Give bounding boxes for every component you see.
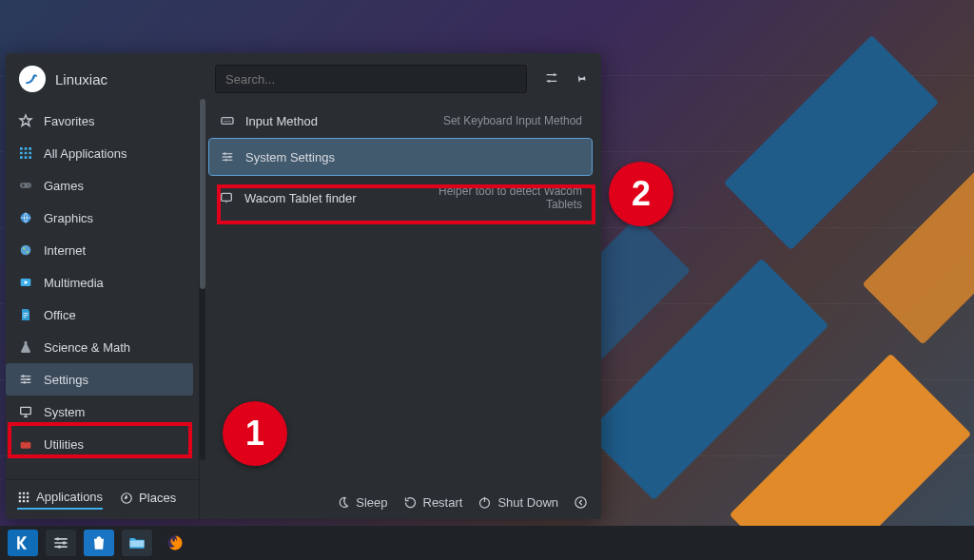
svg-point-4: [575, 497, 586, 508]
globe-icon: [17, 241, 34, 259]
app-item-wacom-finder[interactable]: Wacom Tablet finderHelper tool to detect…: [209, 175, 592, 221]
compass-icon: [120, 492, 133, 505]
restart-button[interactable]: Restart: [403, 495, 463, 510]
chevron-left-circle-icon: [574, 495, 588, 510]
settings-toggle-icon[interactable]: [544, 70, 559, 88]
more-button[interactable]: [574, 495, 588, 510]
kde-icon: [13, 533, 32, 552]
star-outline-icon: [17, 112, 34, 129]
application-launcher: Linuxiac FavoritesAll ApplicationsGamesG…: [6, 53, 601, 519]
app-description: Set Keyboard Input Method: [443, 114, 582, 127]
sidebar-item-graphics[interactable]: Graphics: [6, 202, 193, 234]
tab-applications-label: Applications: [36, 490, 103, 504]
sidebar-item-science[interactable]: Science & Math: [6, 331, 193, 363]
media-icon: [17, 274, 34, 291]
sleep-button[interactable]: Sleep: [336, 495, 387, 510]
power-icon: [477, 495, 492, 510]
search-input[interactable]: [215, 65, 527, 93]
firefox-icon: [166, 533, 185, 552]
tab-places-label: Places: [139, 491, 176, 505]
sidebar-item-label: All Applications: [44, 146, 127, 161]
sidebar-item-label: Utilities: [44, 437, 84, 452]
app-description: Helper tool to detect Wacom Tablets: [411, 184, 582, 211]
gamepad-icon: [17, 177, 34, 194]
sidebar-item-label: Games: [44, 179, 84, 193]
system-icon: [17, 403, 34, 420]
globe-blue-icon: [17, 209, 34, 226]
taskbar-settings[interactable]: [46, 530, 76, 556]
user-avatar[interactable]: [19, 66, 46, 92]
svg-point-6: [63, 541, 66, 544]
sidebar-item-label: Internet: [44, 243, 86, 258]
restart-label: Restart: [423, 495, 463, 510]
shopping-bag-icon: [89, 533, 108, 552]
category-sidebar: FavoritesAll ApplicationsGamesGraphicsIn…: [6, 103, 200, 519]
taskbar-kde-launcher[interactable]: [8, 530, 38, 556]
sidebar-item-label: Graphics: [44, 211, 93, 225]
grid-icon: [17, 145, 34, 162]
tablet-icon: [219, 189, 235, 206]
shutdown-button[interactable]: Shut Down: [477, 495, 558, 510]
taskbar: [0, 526, 974, 560]
taskbar-files[interactable]: [122, 530, 152, 556]
svg-point-5: [56, 537, 59, 540]
app-name-label: Input Method: [245, 114, 402, 128]
restart-icon: [403, 495, 418, 510]
sidebar-item-label: Office: [44, 308, 76, 322]
application-list: Input MethodSet Keyboard Input MethodSys…: [200, 103, 601, 519]
bird-icon: [25, 71, 40, 87]
keyboard-icon: [219, 112, 236, 129]
sidebar-scrollbar-thumb[interactable]: [200, 99, 205, 289]
sidebar-item-label: Settings: [44, 373, 88, 387]
sidebar-item-games[interactable]: Games: [6, 169, 193, 202]
settings-icon: [17, 371, 34, 388]
app-name-label: Wacom Tablet finder: [244, 191, 401, 205]
sidebar-item-label: Multimedia: [44, 276, 104, 290]
document-icon: [17, 306, 34, 323]
folder-icon: [127, 533, 146, 552]
sidebar-item-label: System: [44, 405, 85, 419]
toolbox-icon: [17, 435, 34, 453]
sleep-label: Sleep: [356, 495, 387, 510]
shutdown-label: Shut Down: [497, 495, 558, 510]
sidebar-item-internet[interactable]: Internet: [6, 234, 193, 266]
taskbar-discover[interactable]: [84, 530, 114, 556]
sidebar-item-system[interactable]: System: [6, 396, 193, 428]
sliders-icon: [51, 533, 70, 552]
pin-icon[interactable]: [573, 70, 588, 88]
svg-point-7: [58, 546, 61, 549]
app-item-input-method[interactable]: Input MethodSet Keyboard Input Method: [209, 103, 592, 139]
sidebar-item-favorites[interactable]: Favorites: [6, 105, 193, 137]
flask-icon: [17, 338, 34, 356]
power-actions: Sleep Restart Shut Down: [200, 495, 601, 510]
tab-places[interactable]: Places: [120, 490, 176, 510]
sidebar-item-allapps[interactable]: All Applications: [6, 137, 193, 169]
taskbar-firefox[interactable]: [160, 530, 190, 556]
sidebar-item-office[interactable]: Office: [6, 299, 193, 331]
grid-icon: [17, 491, 30, 504]
sidebar-item-label: Favorites: [44, 114, 94, 128]
sidebar-item-multimedia[interactable]: Multimedia: [6, 266, 193, 299]
tab-applications[interactable]: Applications: [17, 490, 103, 510]
sidebar-item-label: Science & Math: [44, 340, 130, 355]
app-name-label: System Settings: [245, 150, 402, 164]
sidebar-item-utilities[interactable]: Utilities: [6, 428, 193, 460]
username-label: Linuxiac: [55, 71, 107, 87]
launcher-header: Linuxiac: [6, 53, 601, 103]
svg-point-1: [548, 80, 551, 83]
app-item-system-settings[interactable]: System Settings: [209, 139, 592, 175]
svg-point-0: [553, 73, 555, 76]
settings-icon: [219, 148, 236, 165]
moon-icon: [336, 495, 350, 510]
sidebar-footer: Applications Places: [6, 479, 199, 519]
sidebar-item-settings[interactable]: Settings: [6, 363, 193, 396]
